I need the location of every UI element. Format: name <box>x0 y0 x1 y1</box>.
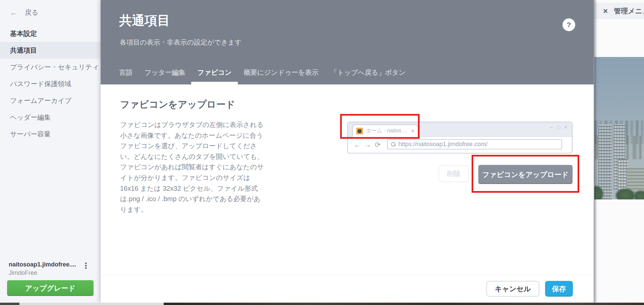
tab-bar: 言語 フッター編集 ファビコン 概要にジンドゥーを表示 「トップへ戻る」ボタン <box>113 68 412 84</box>
browser-tab-title: ホーム - naitos ... <box>366 127 408 134</box>
browser-toolbar: ← → ⟳ https://naitosoap1.jimdofree.com/ <box>348 137 572 152</box>
photo-haze <box>594 57 644 199</box>
panel-footer: キャンセル 保存 <box>101 275 594 303</box>
save-button[interactable]: 保存 <box>545 281 573 297</box>
tab-language[interactable]: 言語 <box>113 68 139 84</box>
sidebar-item-header-edit[interactable]: ヘッダー編集 <box>0 109 101 126</box>
cancel-button[interactable]: キャンセル <box>486 281 539 297</box>
reload-icon: ⟳ <box>375 141 381 148</box>
page-subtitle: 各項目の表示・非表示の設定ができます <box>120 38 241 47</box>
help-icon[interactable]: ? <box>562 18 575 31</box>
sidebar-item-common-items[interactable]: 共通項目 <box>0 42 101 59</box>
back-label: 戻る <box>25 8 38 17</box>
site-preview-strip: × 管理メニュー <box>594 0 644 303</box>
kebab-menu-icon[interactable]: ⋮ <box>82 262 90 270</box>
tab-footer-edit[interactable]: フッター編集 <box>139 68 191 84</box>
tab-show-jimdo[interactable]: 概要にジンドゥーを表示 <box>238 68 325 84</box>
upload-favicon-button[interactable]: ファビコンをアップロード <box>478 165 573 184</box>
city-photo <box>594 57 644 199</box>
upgrade-button[interactable]: アップグレード <box>7 280 94 296</box>
jimdo-settings-screen: × 管理メニュー ← 戻る 基本設定 共通項目 プライバシー・セキュリティ パス… <box>0 0 644 305</box>
sidebar-item-form-archive[interactable]: フォームアーカイブ <box>0 92 101 109</box>
back-arrow-icon: ← <box>10 8 17 17</box>
maximize-icon: □ <box>557 124 560 130</box>
favicon-dog-icon <box>356 128 363 134</box>
browser-tab: ホーム - naitos ... × <box>352 124 418 137</box>
window-controls: – □ × <box>550 124 567 130</box>
plan-name: JimdoFree <box>9 269 101 277</box>
admin-menu-title: 管理メニュー <box>614 6 644 16</box>
browser-tabstrip: ホーム - naitos ... × – □ × <box>348 122 572 137</box>
page-title: 共通項目 <box>119 12 170 29</box>
back-nav-icon: ← <box>354 141 361 148</box>
tab-back-to-top[interactable]: 「トップへ戻る」ボタン <box>325 68 412 84</box>
page-bottom-strip <box>0 303 644 305</box>
sidebar-item-basic-settings[interactable]: 基本設定 <box>0 25 101 42</box>
tab-favicon[interactable]: ファビコン <box>191 68 237 84</box>
close-icon[interactable]: × <box>603 7 608 15</box>
sidebar-item-privacy-security[interactable]: プライバシー・セキュリティ <box>0 59 101 75</box>
bottom-strip-segment <box>164 303 644 305</box>
search-icon <box>391 142 395 146</box>
admin-menu-bar: × 管理メニュー <box>594 3 644 19</box>
tab-close-icon: × <box>411 128 414 134</box>
url-bar: https://naitosoap1.jimdofree.com/ <box>387 139 562 149</box>
section-heading: ファビコンをアップロード <box>120 98 235 111</box>
settings-sidebar: ← 戻る 基本設定 共通項目 プライバシー・セキュリティ パスワード保護領域 フ… <box>0 0 101 303</box>
settings-main-panel: 共通項目 各項目の表示・非表示の設定ができます ? 言語 フッター編集 ファビコ… <box>101 0 594 303</box>
account-info: naitosoap1.jimdofree.... JimdoFree ⋮ <box>0 261 101 277</box>
close-icon: × <box>564 124 567 130</box>
section-description: ファビコンはブラウザタブの左側に表示される 小さな画像です。あなたのホームページ… <box>120 120 266 215</box>
panel-header: 共通項目 各項目の表示・非表示の設定ができます ? 言語 フッター編集 ファビコ… <box>101 0 594 84</box>
back-button[interactable]: ← 戻る <box>0 0 101 20</box>
bottom-strip-segment <box>19 303 164 305</box>
bottom-strip-segment <box>0 303 19 305</box>
browser-mockup: ホーム - naitos ... × – □ × ← → ⟳ https://n… <box>347 122 573 154</box>
sidebar-item-server-capacity[interactable]: サーバー容量 <box>0 126 101 142</box>
delete-button[interactable]: 削除 <box>439 166 469 182</box>
sidebar-item-password-area[interactable]: パスワード保護領域 <box>0 75 101 92</box>
minimize-icon: – <box>550 124 553 130</box>
forward-nav-icon: → <box>364 141 371 148</box>
sidebar-nav: 基本設定 共通項目 プライバシー・セキュリティ パスワード保護領域 フォームアー… <box>0 25 101 142</box>
url-text: https://naitosoap1.jimdofree.com/ <box>398 141 487 148</box>
browser-nav-icons: ← → ⟳ <box>354 141 381 148</box>
